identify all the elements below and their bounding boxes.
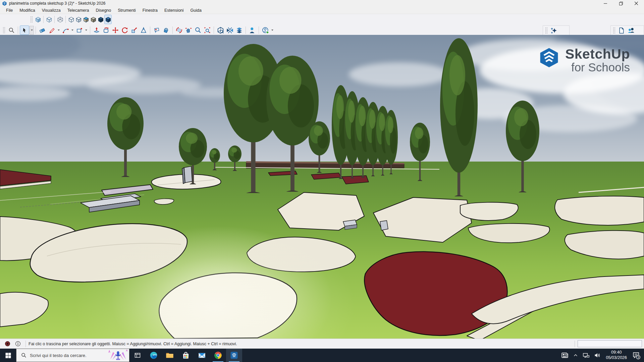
shaded-textures-cube-button[interactable]: [82, 15, 90, 24]
selected-style-cube-button[interactable]: [104, 15, 112, 24]
xray-cube-button[interactable]: [34, 15, 42, 24]
line-tool-dropdown[interactable]: [56, 26, 61, 35]
start-button[interactable]: [0, 349, 16, 362]
platform-right-edge-1[interactable]: [555, 196, 644, 225]
tray-chevron-button[interactable]: [571, 349, 580, 362]
menu-finestra[interactable]: Finestra: [139, 7, 161, 13]
zoom-icon: [195, 27, 201, 34]
menu-file[interactable]: File: [3, 7, 16, 13]
line-tool-button[interactable]: [47, 25, 56, 35]
restore-icon: [619, 2, 623, 5]
cloud: [349, 62, 449, 86]
search-model-button[interactable]: [216, 25, 225, 35]
account-avatar-icon: [262, 27, 269, 34]
status-bar: Fai clic o trascina per selezionare gli …: [0, 339, 644, 349]
menu-disegno[interactable]: Disegno: [92, 7, 114, 13]
panel[interactable]: [184, 166, 192, 183]
volume-tray-button[interactable]: [592, 349, 603, 362]
menu-telecamera[interactable]: Telecamera: [64, 7, 93, 13]
file-explorer-taskbar-icon[interactable]: [162, 349, 178, 362]
rotate-icon: [121, 27, 128, 34]
sketchup-taskbar-icon[interactable]: [226, 349, 242, 362]
minimize-button[interactable]: [598, 0, 613, 7]
clock-date: 05/03/2026: [606, 355, 627, 361]
pan-tool-button[interactable]: [184, 25, 193, 35]
taskbar: 09:40 05/03/2026 3: [0, 349, 644, 362]
scale-tool-button[interactable]: [129, 25, 139, 35]
menu-guida[interactable]: Guida: [187, 7, 205, 13]
extension-warehouse-button[interactable]: [225, 25, 234, 35]
account-dropdown[interactable]: [270, 26, 274, 35]
rotate-tool-button[interactable]: [120, 25, 129, 35]
back-edges-cube-button[interactable]: [45, 15, 53, 24]
edge-taskbar-icon[interactable]: [146, 349, 162, 362]
rectangle-icon: [76, 27, 83, 34]
hidden-line-cube-icon: [68, 16, 74, 23]
ai-assistant-button[interactable]: [549, 26, 558, 35]
hidden-line-cube-button[interactable]: [67, 15, 75, 24]
arc-icon: [62, 27, 69, 34]
push-pull-tool-button[interactable]: [92, 25, 101, 35]
toolbar-drag-handle-2[interactable]: [3, 27, 5, 34]
menu-visualizza[interactable]: Visualizza: [39, 7, 64, 13]
component-person-button[interactable]: [248, 25, 257, 35]
store-taskbar-icon[interactable]: [178, 349, 194, 362]
mail-taskbar-icon[interactable]: [194, 349, 210, 362]
arc-tool-dropdown[interactable]: [70, 26, 74, 35]
scale-icon: [131, 27, 138, 34]
minimize-icon: [604, 2, 607, 5]
tape-measure-icon: [140, 27, 147, 34]
share-button[interactable]: [626, 26, 636, 35]
text-tool-button[interactable]: [152, 25, 161, 35]
file-toolbar-handle[interactable]: [613, 27, 615, 34]
restore-button[interactable]: [613, 0, 629, 7]
viewport-3d[interactable]: SketchUp for Schools: [0, 35, 644, 339]
tags-button[interactable]: [234, 25, 244, 35]
select-tool-button[interactable]: [20, 25, 29, 35]
ai-toolbar: [543, 25, 570, 36]
new-document-button[interactable]: [617, 26, 626, 35]
search-tool-button[interactable]: [7, 25, 16, 35]
notifications-button[interactable]: 3: [630, 349, 644, 362]
monochrome-cube-button[interactable]: [90, 15, 97, 24]
orbit-tool-button[interactable]: [174, 25, 184, 35]
task-view-button[interactable]: [129, 349, 146, 362]
shapes-tool-button[interactable]: [74, 25, 84, 35]
geolocation-status-icon[interactable]: [5, 341, 10, 347]
eraser-tool-button[interactable]: [38, 25, 47, 35]
zoom-tool-button[interactable]: [193, 25, 203, 35]
select-tool-dropdown[interactable]: [30, 26, 34, 35]
title-bar: planimetria completa sketchup 3 (2)* - S…: [0, 0, 644, 7]
tray-clock[interactable]: 09:40 05/03/2026: [603, 349, 630, 362]
component-search-icon: [217, 27, 224, 34]
ai-toolbar-handle[interactable]: [545, 27, 547, 34]
offset-tool-button[interactable]: [101, 25, 111, 35]
shapes-tool-dropdown[interactable]: [84, 26, 88, 35]
measurements-input[interactable]: [578, 340, 642, 347]
toolbar-drag-handle[interactable]: [30, 16, 33, 23]
taskbar-search[interactable]: [16, 349, 129, 362]
news-icon: [561, 352, 569, 359]
bench-small[interactable]: [380, 221, 388, 230]
paint-bucket-tool-button[interactable]: [161, 25, 171, 35]
xray-cube-icon: [35, 16, 41, 23]
zoom-extents-tool-button[interactable]: [203, 25, 212, 35]
network-icon: [583, 352, 589, 359]
menu-modifica[interactable]: Modifica: [16, 7, 39, 13]
arc-tool-button[interactable]: [61, 25, 70, 35]
chrome-taskbar-icon[interactable]: [210, 349, 226, 362]
menu-strumenti[interactable]: Strumenti: [114, 7, 139, 13]
news-tray-button[interactable]: [559, 349, 571, 362]
menu-estensioni[interactable]: Estensioni: [161, 7, 187, 13]
info-status-icon[interactable]: [15, 341, 21, 347]
selected-style-cube-icon: [105, 16, 111, 23]
textured-dark-cube-button[interactable]: [97, 15, 104, 24]
account-button[interactable]: [261, 25, 270, 35]
close-button[interactable]: [629, 0, 644, 7]
shaded-cube-button[interactable]: [75, 15, 82, 24]
wireframe-cube-button[interactable]: [56, 15, 64, 24]
network-tray-button[interactable]: [580, 349, 592, 362]
move-tool-button[interactable]: [111, 25, 120, 35]
tape-measure-tool-button[interactable]: [139, 25, 148, 35]
taskbar-search-input[interactable]: [30, 353, 108, 358]
